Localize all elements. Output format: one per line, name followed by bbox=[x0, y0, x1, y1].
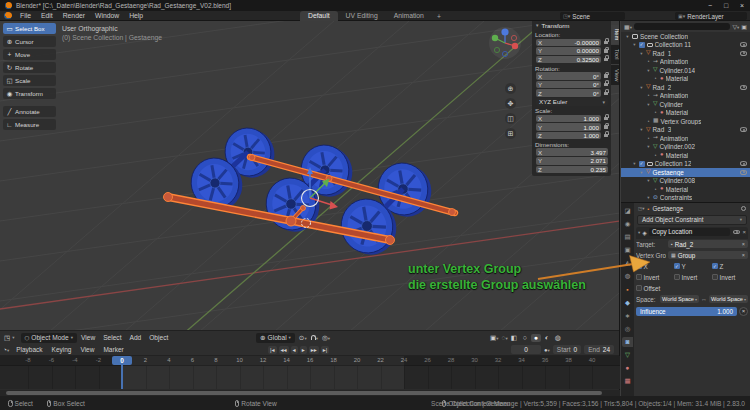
viewport-menu-view[interactable]: View bbox=[77, 334, 99, 341]
toggle-ortho-icon[interactable]: ⊞ bbox=[505, 128, 516, 139]
pin-icon[interactable] bbox=[741, 206, 746, 211]
tool-rotate[interactable]: ↻Rotate bbox=[3, 62, 56, 73]
lock-icon[interactable] bbox=[604, 41, 608, 45]
outliner-row[interactable]: ▾▽Gestaenge bbox=[621, 168, 750, 177]
expander-icon[interactable]: ▾ bbox=[646, 102, 651, 107]
lock-icon[interactable] bbox=[604, 49, 608, 53]
jump-to-end-button[interactable]: ▸| bbox=[321, 346, 330, 354]
outliner-row[interactable]: •⇝Animation bbox=[621, 134, 750, 143]
expander-icon[interactable]: ▾ bbox=[646, 68, 651, 73]
expander-icon[interactable]: ▾ bbox=[639, 51, 644, 56]
solid-shading-icon[interactable]: ● bbox=[531, 334, 541, 342]
clear-target-icon[interactable]: × bbox=[742, 241, 745, 247]
collapse-icon[interactable]: ▼ bbox=[535, 23, 539, 28]
expander-icon[interactable]: ▾ bbox=[646, 195, 651, 200]
animate-influence-icon[interactable]: × bbox=[739, 307, 748, 316]
tool-move[interactable]: +Move bbox=[3, 49, 56, 60]
play-reverse-button[interactable]: ◂ bbox=[291, 346, 298, 354]
pivot-dropdown[interactable]: ⊙▾ bbox=[299, 334, 307, 342]
outliner-row[interactable]: ▾▽Cylinder bbox=[621, 100, 750, 109]
rotation-x-field[interactable]: X0° bbox=[536, 72, 601, 80]
outliner-row[interactable]: ▾▽Rad_2 bbox=[621, 83, 750, 92]
constraint-eye-icon[interactable] bbox=[733, 230, 740, 235]
new-collection-icon[interactable]: ▣ bbox=[741, 23, 747, 30]
viewport-menu-object[interactable]: Object bbox=[145, 334, 172, 341]
properties-tab-material[interactable]: ● bbox=[622, 363, 633, 374]
properties-tab-view-layer[interactable]: ▣ bbox=[622, 245, 633, 256]
minimize-button[interactable]: − bbox=[702, 0, 718, 11]
jump-to-start-button[interactable]: |◂ bbox=[268, 346, 277, 354]
constraint-name-field[interactable]: Copy Location bbox=[649, 228, 731, 236]
menu-file[interactable]: File bbox=[15, 12, 36, 19]
outliner-row[interactable]: •⇝Animation bbox=[621, 58, 750, 67]
tool-measure[interactable]: ∟Measure bbox=[3, 119, 56, 130]
outliner-row[interactable]: ▾▽Cylinder.008 bbox=[621, 177, 750, 186]
dimensions-z-field[interactable]: Z0.235 bbox=[536, 166, 608, 174]
timeline-editor-icon[interactable]: ◔▾ bbox=[0, 346, 9, 353]
outliner-row[interactable]: ▾⊙Constraints bbox=[621, 194, 750, 203]
workspace-tab-uv-editing[interactable]: UV Editing bbox=[338, 11, 386, 21]
snap-magnet-icon[interactable]: ▾ bbox=[311, 334, 318, 341]
collection-checkbox[interactable]: ✓ bbox=[639, 161, 645, 167]
sidebar-tab-item[interactable]: Item bbox=[611, 25, 620, 44]
overlays-toggle-icon[interactable]: ◌▾ bbox=[502, 334, 508, 341]
scale-z-field[interactable]: Z1.000 bbox=[536, 132, 601, 140]
invert-toggle[interactable]: Invert bbox=[712, 274, 748, 281]
outliner-search-input[interactable] bbox=[634, 23, 731, 31]
prev-keyframe-button[interactable]: ◂◂ bbox=[279, 346, 289, 354]
target-space-dropdown[interactable]: World Space▾ bbox=[709, 295, 748, 304]
editor-type-button[interactable]: ◳▾ bbox=[0, 334, 19, 342]
location-y-field[interactable]: Y0.00000 bbox=[536, 47, 601, 55]
frame-end-field[interactable]: End24 bbox=[584, 345, 614, 354]
add-constraint-button[interactable]: Add Object Constraint ▾ bbox=[637, 215, 747, 225]
maximize-button[interactable]: □ bbox=[718, 0, 734, 11]
constraint-expand-icon[interactable]: ▾ bbox=[638, 230, 640, 235]
properties-tab-render[interactable]: ◉ bbox=[622, 219, 633, 230]
expander-icon[interactable]: ▾ bbox=[632, 42, 637, 47]
outliner-row[interactable]: ▾▽Rad_1 bbox=[621, 49, 750, 58]
outliner-row[interactable]: ▾▽Cylinder.014 bbox=[621, 66, 750, 75]
vertex-group-field[interactable]: ▦ Group × bbox=[668, 251, 748, 260]
hide-eye-icon[interactable] bbox=[740, 85, 747, 90]
frame-start-field[interactable]: Start0 bbox=[553, 345, 581, 354]
lock-icon[interactable] bbox=[604, 74, 608, 78]
outliner-row[interactable]: •●Material bbox=[621, 185, 750, 194]
outliner-row[interactable]: •▦Vertex Groups bbox=[621, 117, 750, 126]
location-x-field[interactable]: X-0.00000 bbox=[536, 39, 601, 47]
lock-icon[interactable] bbox=[604, 83, 608, 87]
camera-view-icon[interactable]: ◫ bbox=[505, 113, 516, 124]
rotation-z-field[interactable]: Z0° bbox=[536, 89, 601, 97]
properties-tab-modifiers[interactable]: ◆ bbox=[622, 298, 633, 309]
sidebar-tab-tool[interactable]: Tool bbox=[611, 45, 620, 64]
hide-eye-icon[interactable] bbox=[740, 51, 747, 56]
outliner-row[interactable]: •●Material bbox=[621, 75, 750, 84]
proportional-edit-icon[interactable]: ◎▾ bbox=[322, 334, 330, 342]
scene-selector[interactable]: ◳▾ Scene bbox=[560, 12, 625, 20]
swap-spaces-icon[interactable]: ↔ bbox=[701, 296, 707, 302]
scale-x-field[interactable]: X1.000 bbox=[536, 115, 601, 123]
orientation-dropdown[interactable]: ⊕ Global▾ bbox=[256, 333, 295, 343]
expander-icon[interactable]: ▾ bbox=[639, 170, 644, 175]
tool-annotate[interactable]: ╱Annotate bbox=[3, 106, 56, 117]
outliner-row[interactable]: ▾✓Collection 11 bbox=[621, 41, 750, 50]
dimensions-x-field[interactable]: X3.497 bbox=[536, 148, 608, 156]
mode-dropdown[interactable]: ⬡ Object Mode ▾ bbox=[21, 333, 77, 343]
3d-viewport[interactable]: User Orthographic (0) Scene Collection |… bbox=[0, 21, 620, 344]
outliner-display-mode-icon[interactable]: ▦▾ bbox=[624, 23, 632, 30]
hide-eye-icon[interactable] bbox=[740, 161, 747, 166]
location-z-field[interactable]: Z0.32500 bbox=[536, 56, 601, 64]
tool-scale[interactable]: ◱Scale bbox=[3, 75, 56, 86]
outliner-row[interactable]: •●Material bbox=[621, 151, 750, 160]
outliner-row[interactable]: ▾▽Rad_3 bbox=[621, 126, 750, 135]
rendered-shading-icon[interactable]: ◍ bbox=[553, 334, 563, 342]
expander-icon[interactable]: ▾ bbox=[639, 127, 644, 132]
expander-icon[interactable]: ▾ bbox=[646, 144, 651, 149]
sidebar-tab-view[interactable]: View bbox=[611, 65, 620, 85]
properties-tab-scene[interactable]: ◭ bbox=[622, 258, 633, 269]
lock-icon[interactable] bbox=[604, 58, 608, 62]
scale-y-field[interactable]: Y1.000 bbox=[536, 123, 601, 131]
timeline-menu-view[interactable]: View bbox=[76, 346, 98, 353]
menu-edit[interactable]: Edit bbox=[36, 12, 58, 19]
rotation-mode-dropdown[interactable]: XYZ Euler▾ bbox=[536, 98, 608, 106]
close-button[interactable]: × bbox=[734, 0, 750, 11]
